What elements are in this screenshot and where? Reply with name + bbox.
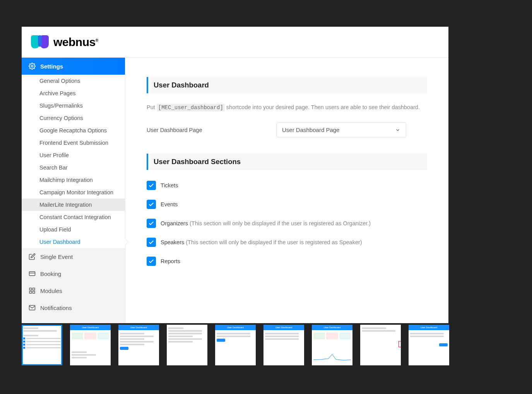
credit-card-icon: [29, 270, 36, 277]
sidebar-sub-general-options[interactable]: General Options: [22, 75, 125, 87]
sidebar-item-label: Modules: [40, 288, 62, 294]
sidebar-sub-campaign-monitor-integration[interactable]: Campaign Monitor Integration: [22, 186, 125, 199]
check-icon: [148, 239, 154, 245]
svg-point-0: [31, 65, 33, 67]
app-window: webnus® Settings General Options Archive…: [22, 27, 448, 323]
sidebar-sub-mailerlite-integration[interactable]: MailerLite Integration: [22, 199, 125, 211]
mail-icon: [29, 304, 36, 311]
sidebar-sub-frontend-event-submission[interactable]: Frontend Event Submission: [22, 137, 125, 149]
thumbnail-strip: User Dashboard User Dashboard User Dashb…: [22, 325, 510, 366]
checkbox-row-reports: Reports: [147, 257, 427, 266]
checkbox-label: Reports: [161, 258, 180, 264]
sidebar-sub-archive-pages[interactable]: Archive Pages: [22, 87, 125, 99]
sidebar-item-booking[interactable]: Booking: [22, 265, 125, 282]
svg-rect-5: [29, 291, 31, 293]
checkbox-tickets[interactable]: [147, 181, 156, 190]
header: webnus®: [22, 27, 448, 58]
check-icon: [148, 201, 154, 207]
thumbnail-3[interactable]: User Dashboard: [118, 325, 159, 365]
chevron-down-icon: [395, 127, 400, 133]
thumbnail-6[interactable]: User Dashboard: [263, 325, 304, 365]
sidebar-item-label: Notifications: [40, 305, 72, 311]
sidebar: Settings General Options Archive Pages S…: [22, 58, 125, 323]
sidebar-item-modules[interactable]: Modules: [22, 282, 125, 299]
section-header-user-dashboard-sections: User Dashboard Sections: [147, 154, 427, 170]
sidebar-sub-list: General Options Archive Pages Slugs/Perm…: [22, 75, 125, 248]
checkbox-reports[interactable]: [147, 257, 156, 266]
shortcode-help-text: Put [MEC_user_dashboard] shortcode into …: [147, 104, 427, 111]
checkbox-events[interactable]: [147, 200, 156, 209]
thumbnail-4[interactable]: [167, 325, 207, 365]
user-dashboard-page-select[interactable]: User Dashboard Page: [276, 122, 406, 137]
sidebar-sub-user-profile[interactable]: User Profile: [22, 149, 125, 161]
sidebar-sub-search-bar[interactable]: Search Bar: [22, 161, 125, 174]
thumbnail-5[interactable]: User Dashboard: [215, 325, 256, 365]
svg-rect-6: [33, 291, 35, 293]
check-icon: [148, 258, 154, 264]
sidebar-sub-slugs-permalinks[interactable]: Slugs/Permalinks: [22, 99, 125, 112]
webnus-logo-icon: [30, 34, 50, 50]
sidebar-sub-mailchimp-integration[interactable]: Mailchimp Integration: [22, 174, 125, 186]
checkbox-label: Tickets: [161, 182, 178, 188]
section-header-user-dashboard: User Dashboard: [147, 77, 427, 93]
main-content: User Dashboard Put [MEC_user_dashboard] …: [125, 58, 448, 323]
checkbox-speakers[interactable]: [147, 238, 156, 247]
checkbox-row-events: Events: [147, 200, 427, 209]
sidebar-item-label: Settings: [40, 63, 63, 70]
thumbnail-2[interactable]: User Dashboard: [70, 325, 111, 365]
checkbox-row-organizers: Organizers (This section will only be di…: [147, 219, 427, 228]
body: Settings General Options Archive Pages S…: [22, 58, 448, 323]
check-icon: [148, 182, 154, 188]
checkbox-label: Speakers (This section will only be disp…: [161, 239, 362, 245]
sidebar-item-single-event[interactable]: Single Event: [22, 248, 125, 265]
sidebar-sub-user-dashboard[interactable]: User Dashboard: [22, 236, 125, 248]
user-dashboard-page-row: User Dashboard Page User Dashboard Page: [147, 122, 427, 137]
checkbox-row-tickets: Tickets: [147, 181, 427, 190]
sidebar-item-notifications[interactable]: Notifications: [22, 299, 125, 316]
thumbnail-8[interactable]: [360, 325, 401, 365]
svg-rect-3: [29, 288, 31, 290]
grid-icon: [29, 287, 36, 294]
user-dashboard-page-label: User Dashboard Page: [147, 127, 276, 133]
brand-name: webnus®: [53, 36, 98, 49]
thumbnail-9[interactable]: User Dashboard: [409, 325, 449, 365]
check-icon: [148, 220, 154, 226]
sidebar-item-settings[interactable]: Settings: [22, 58, 125, 75]
shortcode-chip: [MEC_user_dashboard]: [157, 104, 225, 111]
brand-logo: webnus®: [30, 34, 98, 50]
sidebar-sub-upload-field[interactable]: Upload Field: [22, 223, 125, 236]
checkbox-row-speakers: Speakers (This section will only be disp…: [147, 238, 427, 247]
thumbnail-7[interactable]: User Dashboard: [312, 325, 352, 365]
svg-rect-1: [29, 272, 35, 276]
sidebar-sub-currency-options[interactable]: Currency Options: [22, 112, 125, 124]
checkbox-label: Organizers (This section will only be di…: [161, 220, 371, 226]
edit-icon: [29, 253, 36, 260]
checkbox-label: Events: [161, 201, 178, 207]
thumbnail-1[interactable]: [22, 325, 62, 365]
gear-icon: [29, 63, 36, 70]
sidebar-item-label: Booking: [40, 271, 61, 277]
svg-rect-4: [33, 288, 35, 290]
select-value: User Dashboard Page: [282, 127, 339, 133]
checkbox-organizers[interactable]: [147, 219, 156, 228]
sidebar-item-label: Single Event: [40, 254, 73, 260]
sidebar-sub-constant-contact-integration[interactable]: Constant Contact Integration: [22, 211, 125, 223]
sidebar-sub-google-recaptcha-options[interactable]: Google Recaptcha Options: [22, 124, 125, 137]
